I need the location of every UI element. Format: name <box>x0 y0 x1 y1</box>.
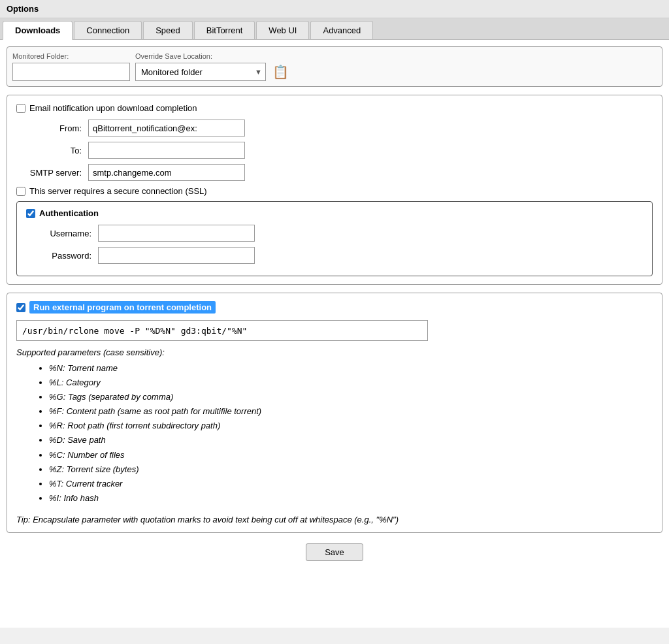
run-external-label: Run external program on torrent completi… <box>29 301 216 314</box>
main-content: Monitored Folder: Override Save Location… <box>0 40 669 628</box>
save-button[interactable]: Save <box>306 543 363 561</box>
save-row: Save <box>7 543 662 561</box>
tab-advanced[interactable]: Advanced <box>310 21 373 39</box>
override-save-label: Override Save Location: <box>135 52 212 60</box>
monitored-folder-section: Monitored Folder: Override Save Location… <box>7 46 662 87</box>
email-legend-text: Email notification upon download complet… <box>29 103 197 113</box>
smtp-label: SMTP server: <box>16 168 88 178</box>
list-item: %G: Tags (separated by comma) <box>49 390 653 404</box>
smtp-row: SMTP server: <box>16 164 653 181</box>
smtp-input[interactable] <box>88 164 245 181</box>
run-external-legend: Run external program on torrent completi… <box>16 301 653 314</box>
list-item: %R: Root path (first torrent subdirector… <box>49 419 653 433</box>
password-row: Password: <box>26 247 643 264</box>
username-row: Username: <box>26 225 643 242</box>
ssl-label: This server requires a secure connection… <box>29 186 207 196</box>
list-item: %N: Torrent name <box>49 361 653 376</box>
tab-downloads[interactable]: Downloads <box>3 21 73 40</box>
override-save-dropdown[interactable]: Monitored folder Custom location <box>135 63 266 81</box>
password-input[interactable] <box>98 247 255 264</box>
ssl-row: This server requires a secure connection… <box>16 186 653 196</box>
tab-speed[interactable]: Speed <box>143 21 193 39</box>
password-label: Password: <box>26 251 98 261</box>
list-item: %D: Save path <box>49 433 653 447</box>
list-item: %T: Current tracker <box>49 477 653 491</box>
list-item: %F: Content path (same as root path for … <box>49 404 653 419</box>
ssl-checkbox[interactable] <box>16 187 25 196</box>
auth-legend: Authentication <box>26 208 643 218</box>
tab-connection[interactable]: Connection <box>74 21 142 39</box>
top-section-inputs: Monitored folder Custom location ▼ 📋 <box>12 63 657 81</box>
auth-checkbox[interactable] <box>26 209 35 218</box>
tab-webui[interactable]: Web UI <box>256 21 309 39</box>
email-notification-section: Email notification upon download complet… <box>7 95 662 285</box>
from-label: From: <box>16 123 88 133</box>
monitored-folder-label: Monitored Folder: <box>12 52 130 60</box>
command-input[interactable] <box>16 320 428 341</box>
to-row: To: <box>16 142 653 159</box>
auth-legend-text: Authentication <box>39 208 99 218</box>
list-item: %I: Info hash <box>49 491 653 506</box>
tab-bittorrent[interactable]: BitTorrent <box>194 21 255 39</box>
params-list: %N: Torrent name %L: Category %G: Tags (… <box>16 361 653 506</box>
email-notification-checkbox[interactable] <box>16 104 25 113</box>
top-section-labels: Monitored Folder: Override Save Location… <box>12 52 657 60</box>
username-input[interactable] <box>98 225 255 242</box>
run-external-checkbox[interactable] <box>16 303 25 312</box>
list-item: %Z: Torrent size (bytes) <box>49 462 653 477</box>
username-label: Username: <box>26 229 98 238</box>
list-item: %L: Category <box>49 376 653 390</box>
from-input[interactable] <box>88 120 245 137</box>
auth-group: Authentication Username: Password: <box>16 201 653 276</box>
tab-bar: Downloads Connection Speed BitTorrent We… <box>0 18 669 40</box>
to-input[interactable] <box>88 142 245 159</box>
list-item: %C: Number of files <box>49 448 653 462</box>
email-legend: Email notification upon download complet… <box>16 103 653 113</box>
command-row <box>16 320 653 341</box>
override-save-dropdown-wrap: Monitored folder Custom location ▼ <box>135 63 266 81</box>
params-section: Supported parameters (case sensitive): %… <box>16 347 653 524</box>
params-title: Supported parameters (case sensitive): <box>16 347 653 357</box>
tip-text: Tip: Encapsulate parameter with quotatio… <box>16 515 653 524</box>
folder-icon-button[interactable]: 📋 <box>271 63 290 81</box>
run-external-section: Run external program on torrent completi… <box>7 293 662 533</box>
monitored-folder-input[interactable] <box>12 63 130 81</box>
from-row: From: <box>16 120 653 137</box>
window-title: Options <box>0 0 669 18</box>
to-label: To: <box>16 146 88 155</box>
